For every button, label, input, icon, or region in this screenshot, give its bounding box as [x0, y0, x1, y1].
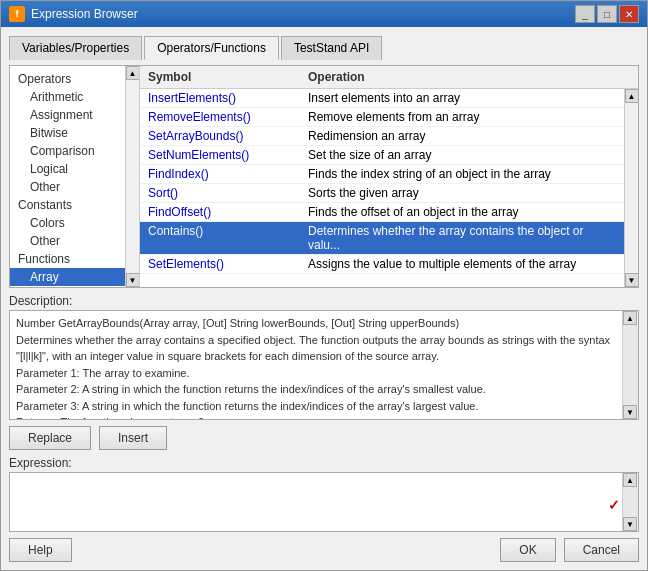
table-row-selected[interactable]: Contains() Determines whether the array … [140, 222, 624, 255]
title-bar-left: f Expression Browser [9, 6, 138, 22]
main-window: f Expression Browser _ □ ✕ Variables/Pro… [0, 0, 648, 571]
table-row[interactable]: FindOffset() Finds the offset of an obje… [140, 203, 624, 222]
cell-operation: Insert elements into an array [308, 91, 616, 105]
maximize-button[interactable]: □ [597, 5, 617, 23]
cell-symbol: SetArrayBounds() [148, 129, 308, 143]
list-item-comparison[interactable]: Comparison [10, 142, 125, 160]
cell-symbol: RemoveElements() [148, 110, 308, 124]
desc-scroll-down[interactable]: ▼ [623, 405, 637, 419]
right-panel-inner: InsertElements() Insert elements into an… [140, 89, 638, 287]
cell-symbol: SetElements() [148, 257, 308, 271]
right-panel: Symbol Operation InsertElements() Insert… [140, 66, 638, 287]
cell-operation: Set the size of an array [308, 148, 616, 162]
cell-operation: Sorts the given array [308, 186, 616, 200]
table-row[interactable]: Sort() Sorts the given array [140, 184, 624, 203]
tab-bar: Variables/Properties Operators/Functions… [9, 35, 639, 59]
desc-scrollbar[interactable]: ▲ ▼ [622, 311, 638, 419]
cancel-button[interactable]: Cancel [564, 538, 639, 562]
tab-operators-functions[interactable]: Operators/Functions [144, 36, 279, 60]
cell-operation: Finds the index string of an object in t… [308, 167, 616, 181]
right-list[interactable]: InsertElements() Insert elements into an… [140, 89, 624, 287]
left-list[interactable]: Operators Arithmetic Assignment Bitwise … [10, 66, 125, 287]
ok-button[interactable]: OK [500, 538, 555, 562]
list-item-operators[interactable]: Operators [10, 70, 125, 88]
expression-label: Expression: [9, 456, 639, 470]
table-row[interactable]: FindIndex() Finds the index string of an… [140, 165, 624, 184]
expression-input[interactable] [10, 473, 622, 531]
tab-teststand-api[interactable]: TestStand API [281, 36, 382, 60]
col-header-operation: Operation [308, 70, 630, 84]
window-title: Expression Browser [31, 7, 138, 21]
left-scroll-down[interactable]: ▼ [126, 273, 140, 287]
cell-operation: Assigns the value to multiple elements o… [308, 257, 616, 271]
insert-button[interactable]: Insert [99, 426, 167, 450]
table-row[interactable]: SetArrayBounds() Redimension an array [140, 127, 624, 146]
help-button[interactable]: Help [9, 538, 72, 562]
tab-variables-properties[interactable]: Variables/Properties [9, 36, 142, 60]
cell-operation: Redimension an array [308, 129, 616, 143]
description-label: Description: [9, 294, 639, 308]
table-row[interactable]: InsertElements() Insert elements into an… [140, 89, 624, 108]
list-item-other-constants[interactable]: Other [10, 232, 125, 250]
list-item-numeric[interactable]: Numeric [10, 286, 125, 287]
table-row[interactable]: SetElements() Assigns the value to multi… [140, 255, 624, 274]
window-body: Variables/Properties Operators/Functions… [1, 27, 647, 570]
app-icon: f [9, 6, 25, 22]
minimize-button[interactable]: _ [575, 5, 595, 23]
left-panel: Operators Arithmetic Assignment Bitwise … [10, 66, 140, 287]
list-item-arithmetic[interactable]: Arithmetic [10, 88, 125, 106]
table-row[interactable]: SetNumElements() Set the size of an arra… [140, 146, 624, 165]
title-bar: f Expression Browser _ □ ✕ [1, 1, 647, 27]
action-buttons: Replace Insert [9, 426, 639, 450]
description-text: Number GetArrayBounds(Array array, [Out]… [10, 311, 622, 419]
cell-operation: Remove elements from an array [308, 110, 616, 124]
cell-symbol: InsertElements() [148, 91, 308, 105]
right-panel-header: Symbol Operation [140, 66, 638, 89]
expression-section: Expression: ▲ ✓ ▼ [9, 456, 639, 532]
cell-symbol: Sort() [148, 186, 308, 200]
expr-scroll-up[interactable]: ▲ [623, 473, 637, 487]
cell-symbol: SetNumElements() [148, 148, 308, 162]
cell-symbol: FindIndex() [148, 167, 308, 181]
table-row[interactable]: RemoveElements() Remove elements from an… [140, 108, 624, 127]
expression-checkmark: ✓ [608, 497, 620, 513]
expression-box: ▲ ✓ ▼ [9, 472, 639, 532]
replace-button[interactable]: Replace [9, 426, 91, 450]
close-button[interactable]: ✕ [619, 5, 639, 23]
expression-scrollbar[interactable]: ▲ ✓ ▼ [622, 473, 638, 531]
right-scrollbar[interactable]: ▲ ▼ [624, 89, 638, 287]
expr-scroll-track: ✓ [623, 487, 638, 517]
list-item-bitwise[interactable]: Bitwise [10, 124, 125, 142]
list-item-constants[interactable]: Constants [10, 196, 125, 214]
description-box: Number GetArrayBounds(Array array, [Out]… [9, 310, 639, 420]
right-scroll-down[interactable]: ▼ [625, 273, 639, 287]
bottom-right-buttons: OK Cancel [500, 538, 639, 562]
right-scroll-up[interactable]: ▲ [625, 89, 639, 103]
left-scrollbar[interactable]: ▲ ▼ [125, 66, 139, 287]
list-item-functions[interactable]: Functions [10, 250, 125, 268]
col-header-symbol: Symbol [148, 70, 308, 84]
list-item-other-operators[interactable]: Other [10, 178, 125, 196]
title-controls: _ □ ✕ [575, 5, 639, 23]
description-section: Description: Number GetArrayBounds(Array… [9, 294, 639, 420]
list-item-assignment[interactable]: Assignment [10, 106, 125, 124]
cell-symbol: FindOffset() [148, 205, 308, 219]
left-panel-inner: Operators Arithmetic Assignment Bitwise … [10, 66, 139, 287]
cell-operation: Finds the offset of an object in the arr… [308, 205, 616, 219]
desc-scroll-up[interactable]: ▲ [623, 311, 637, 325]
expr-scroll-down[interactable]: ▼ [623, 517, 637, 531]
list-item-colors[interactable]: Colors [10, 214, 125, 232]
main-content-area: Operators Arithmetic Assignment Bitwise … [9, 65, 639, 288]
list-item-logical[interactable]: Logical [10, 160, 125, 178]
list-item-array[interactable]: Array [10, 268, 125, 286]
left-scroll-up[interactable]: ▲ [126, 66, 140, 80]
bottom-buttons: Help OK Cancel [9, 538, 639, 562]
cell-symbol: Contains() [148, 224, 308, 252]
cell-operation: Determines whether the array contains th… [308, 224, 616, 252]
